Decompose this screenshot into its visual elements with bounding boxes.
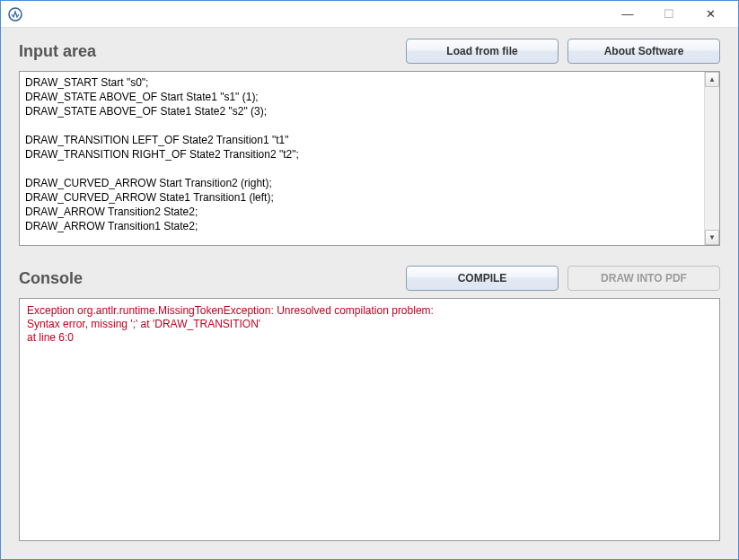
draw-into-pdf-button[interactable]: DRAW INTO PDF: [567, 266, 720, 291]
input-scrollbar[interactable]: ▲ ▼: [704, 72, 719, 245]
maximize-button[interactable]: ☐: [648, 1, 690, 28]
input-header-buttons: Load from file About Software: [406, 39, 720, 64]
console-title: Console: [19, 269, 406, 288]
console-header: Console COMPILE DRAW INTO PDF: [19, 266, 720, 291]
console-output: Exception org.antlr.runtime.MissingToken…: [27, 304, 712, 345]
scroll-track[interactable]: [705, 87, 719, 230]
scroll-up-icon[interactable]: ▲: [705, 72, 719, 87]
content-area: Input area Load from file About Software…: [1, 28, 738, 559]
close-icon: ✕: [706, 7, 716, 21]
console-header-buttons: COMPILE DRAW INTO PDF: [406, 266, 720, 291]
code-input[interactable]: [20, 72, 704, 245]
minimize-button[interactable]: —: [607, 1, 648, 28]
app-window: — ☐ ✕ Input area Load from file About So…: [0, 0, 739, 560]
input-title: Input area: [19, 42, 406, 61]
minimize-icon: —: [621, 7, 633, 21]
input-textarea-wrapper: ▲ ▼: [19, 71, 720, 246]
maximize-icon: ☐: [664, 7, 674, 21]
scroll-down-icon[interactable]: ▼: [705, 230, 719, 245]
about-software-button[interactable]: About Software: [567, 39, 720, 64]
svg-point-0: [9, 8, 22, 21]
titlebar: — ☐ ✕: [1, 1, 738, 28]
compile-button[interactable]: COMPILE: [406, 266, 559, 291]
load-from-file-button[interactable]: Load from file: [406, 39, 559, 64]
window-controls: — ☐ ✕: [607, 1, 731, 28]
input-header: Input area Load from file About Software: [19, 39, 720, 64]
app-icon: [8, 7, 22, 22]
console-output-wrapper: Exception org.antlr.runtime.MissingToken…: [19, 298, 720, 541]
close-button[interactable]: ✕: [690, 1, 731, 28]
